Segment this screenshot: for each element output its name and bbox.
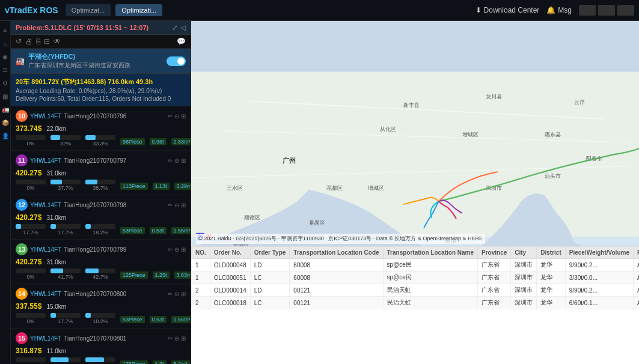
table-cell: A: [633, 259, 639, 271]
msg-button[interactable]: 🔔 Msg: [546, 6, 572, 14]
btn2[interactable]: [598, 5, 615, 16]
refresh-icon[interactable]: ↺: [16, 37, 22, 46]
table-header-cell: Piece/Weight/Volume: [565, 247, 633, 259]
depot-toggle[interactable]: [167, 56, 186, 66]
share-icon[interactable]: ⎘: [36, 37, 40, 46]
route-item[interactable]: 10 YHWL14FT TianHong21070700796 ✏ ⊖ ⊞ 37…: [11, 106, 191, 151]
table-cell: 9/90t/0.2...: [565, 259, 633, 271]
sidebar-home-icon[interactable]: ⌂: [1, 39, 10, 47]
route-cost: 420.27$: [16, 258, 41, 266]
route-actions: ✏ ⊖ ⊞: [168, 246, 186, 253]
edit-icon[interactable]: ✏: [168, 335, 173, 342]
edit-icon[interactable]: ✏: [168, 113, 173, 120]
route-item[interactable]: 11 YHWL14FT TianHong21070700797 ✏ ⊖ ⊞ 42…: [11, 151, 191, 195]
volume: 3.29m³: [174, 183, 191, 190]
table-cell: A: [633, 284, 639, 297]
sidebar-menu-icon[interactable]: ≡: [1, 26, 10, 34]
route-item[interactable]: 13 YHWL14FT TianHong21070700799 ✏ ⊖ ⊞ 42…: [11, 240, 191, 284]
print-icon[interactable]: 🖨: [25, 37, 32, 46]
collapse-icon[interactable]: ◁: [180, 23, 186, 32]
route-cost: 316.87$: [16, 347, 41, 355]
route-dist: 31.0km: [46, 214, 66, 221]
chat-icon[interactable]: 💬: [177, 37, 186, 46]
edit-icon[interactable]: ✏: [168, 157, 173, 164]
sidebar-settings-icon[interactable]: ⚙: [1, 79, 10, 87]
edit-icon[interactable]: ✏: [168, 291, 173, 297]
sidebar-list-icon[interactable]: ☰: [1, 65, 10, 74]
svg-text:花都区: 花都区: [326, 185, 343, 191]
bar-pcs: 0%: [16, 357, 46, 364]
btn3[interactable]: [617, 5, 634, 16]
route-header: 13 YHWL14FT TianHong21070700799 ✏ ⊖ ⊞: [16, 243, 186, 255]
route-list: 10 YHWL14FT TianHong21070700796 ✏ ⊖ ⊞ 37…: [11, 106, 191, 364]
weight: 0.53t: [150, 227, 167, 234]
svg-text:顺德区: 顺德区: [244, 214, 260, 220]
volume: 3.63m³: [174, 271, 191, 279]
table-cell: 广东省: [478, 297, 511, 309]
grid-icon[interactable]: ⊞: [181, 335, 186, 342]
route-number: 13: [16, 243, 28, 255]
grid-icon[interactable]: ⊞: [181, 113, 186, 120]
svg-text:汕头市: 汕头市: [545, 173, 561, 179]
bell-icon: 🔔: [546, 6, 555, 14]
tab-2[interactable]: Optimizati...: [115, 4, 162, 16]
table-cell: A: [633, 271, 639, 284]
table-scroll[interactable]: NO.Order No.Order TypeTransportation Loc…: [191, 246, 639, 364]
table-row[interactable]: 1OLD000048LD60008sp@ce民广东省深圳市龙华9/90t/0.2…: [192, 259, 640, 271]
minus-icon[interactable]: ⊖: [174, 157, 179, 164]
route-item[interactable]: 12 YHWL14FT TianHong21070700798 ✏ ⊖ ⊞ 42…: [11, 195, 191, 240]
table-cell: OLC000018: [210, 297, 250, 309]
grid-icon[interactable]: ⊞: [181, 291, 186, 297]
minus-icon[interactable]: ⊖: [174, 291, 179, 297]
route-header: 15 YHWL14FT TianHong21070700801 ✏ ⊖ ⊞: [16, 332, 186, 344]
sidebar-package-icon[interactable]: 📦: [1, 118, 10, 127]
table-cell: 00121: [290, 284, 383, 297]
table-row[interactable]: 2OLD000014LD00121民治天虹广东省深圳市龙华9/90t/0.2..…: [192, 284, 640, 297]
weight: 1.7t: [153, 360, 167, 365]
tab-1[interactable]: Optimizat...: [66, 4, 111, 16]
grid-icon[interactable]: ⊞: [181, 157, 186, 164]
piece-count: 96Piece: [120, 138, 145, 145]
bar-volume: 38.7%: [85, 180, 115, 191]
table-header-cell: Order No.: [210, 247, 250, 259]
eye-icon[interactable]: 👁: [54, 37, 61, 46]
route-order: TianHong21070700799: [64, 246, 165, 253]
main-layout: ≡ ⌂ ◉ ☰ ⚙ ▦ 🚛 📦 👤 Problem:S.1LDLC (15' 0…: [0, 21, 639, 364]
minus-icon[interactable]: ⊖: [174, 335, 179, 342]
route-vehicle: YHWL14FT: [30, 157, 61, 164]
table-row[interactable]: 2OLC000018LC00121民治天虹广东省深圳市龙华6/60t/0.1..…: [192, 297, 640, 309]
route-pieces: 53Piece 0.53t 1.55m³: [120, 316, 191, 323]
route-actions: ✏ ⊖ ⊞: [168, 335, 186, 342]
panel-title: Problem:S.1LDLC (15' 07/13 11:51 ~ 12:07…: [16, 24, 148, 31]
table-cell: 广东省: [478, 284, 511, 297]
bar-pcs: 0%: [16, 180, 46, 191]
table-row[interactable]: 1OLC000051LC60008sp@ce民广东省深圳市龙华3/30t/0.0…: [192, 271, 640, 284]
grid-icon[interactable]: ⊞: [181, 202, 186, 208]
table-cell: sp@ce民: [383, 271, 477, 284]
minus-icon[interactable]: ⊖: [174, 113, 179, 120]
volume: 1.55m³: [171, 316, 191, 323]
sidebar-person-icon[interactable]: 👤: [1, 132, 10, 140]
filter-icon[interactable]: ⊟: [44, 37, 50, 46]
route-actions: ✏ ⊖ ⊞: [168, 291, 186, 297]
table-cell: 深圳市: [511, 284, 537, 297]
minus-icon[interactable]: ⊖: [174, 246, 179, 253]
sidebar-map-icon[interactable]: ◉: [1, 52, 10, 61]
edit-icon[interactable]: ✏: [168, 246, 173, 253]
bar-volume: 18.2%: [85, 313, 115, 324]
btn1[interactable]: [579, 5, 596, 16]
sidebar-chart-icon[interactable]: ▦: [1, 92, 10, 100]
grid-icon[interactable]: ⊞: [181, 246, 186, 253]
download-center-button[interactable]: ⬇ Download Center: [475, 6, 540, 14]
svg-text:新丰县: 新丰县: [403, 102, 420, 108]
table-cell: 1: [192, 271, 210, 284]
table-cell: LD: [250, 259, 290, 271]
minus-icon[interactable]: ⊖: [174, 202, 179, 208]
sidebar-truck-icon[interactable]: 🚛: [1, 105, 10, 114]
route-item[interactable]: 14 YHWL14FT TianHong21070700800 ✏ ⊖ ⊞ 33…: [11, 284, 191, 329]
orders-table: NO.Order No.Order TypeTransportation Loc…: [191, 246, 639, 309]
expand-icon[interactable]: ⤢: [172, 23, 178, 32]
route-summary: 20车 8901.72¥ (节约11463.88) 716.0km 49.3h …: [11, 74, 191, 106]
edit-icon[interactable]: ✏: [168, 202, 173, 208]
route-item[interactable]: 15 YHWL14FT TianHong21070700801 ✏ ⊖ ⊞ 31…: [11, 329, 191, 364]
